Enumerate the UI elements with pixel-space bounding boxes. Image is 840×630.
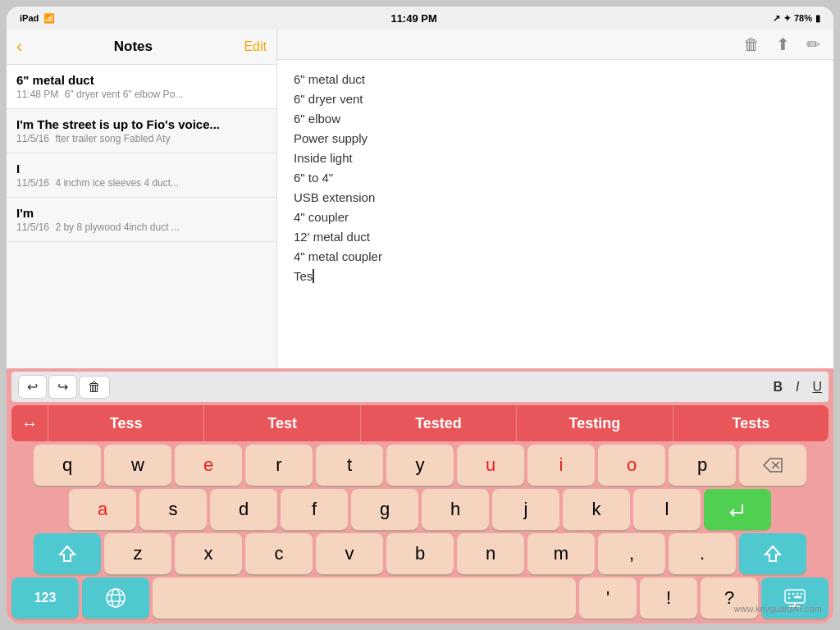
typing-cursor: [313, 269, 314, 283]
battery-label: 78%: [794, 13, 812, 23]
key-k[interactable]: k: [563, 489, 630, 530]
note-body[interactable]: 6" metal duct6" dryer vent6" elbowPower …: [277, 60, 833, 368]
note-line: 6" dryer vent: [294, 89, 817, 109]
share-note-icon[interactable]: ⬆: [776, 34, 790, 54]
keyboard-rows: qwertyuiop asdfghjkl zxcvbnm,. 123'!?: [11, 445, 829, 619]
back-button[interactable]: ‹: [16, 36, 22, 57]
bold-button[interactable]: B: [773, 380, 783, 395]
note-list-item[interactable]: I'm 11/5/16 2 by 8 plywood 4inch duct ..…: [7, 198, 276, 242]
note-line: Power supply: [294, 129, 817, 148]
key-.[interactable]: .: [669, 533, 736, 574]
redo-button[interactable]: ↪: [48, 375, 77, 399]
svg-point-6: [112, 589, 120, 607]
key-e[interactable]: e: [175, 445, 242, 486]
status-bar: iPad 📶 11:49 PM ↗ ✦ 78% ▮: [7, 7, 833, 30]
enter-key[interactable]: [704, 489, 771, 530]
key-h[interactable]: h: [422, 489, 489, 530]
key-a[interactable]: a: [69, 489, 136, 530]
note-list-title: I'm: [16, 206, 267, 220]
svg-marker-4: [765, 546, 780, 561]
key-x[interactable]: x: [175, 533, 242, 574]
key-label: i: [559, 454, 564, 476]
status-right: ↗ ✦ 78% ▮: [773, 13, 820, 24]
key-l[interactable]: l: [633, 489, 701, 530]
keyboard-row-1: qwertyuiop: [11, 445, 829, 486]
note-line: 12' metal duct: [294, 227, 817, 247]
shift-right-key[interactable]: [739, 533, 806, 574]
key-label: a: [98, 499, 107, 520]
edit-button[interactable]: Edit: [244, 39, 267, 54]
delete-note-icon[interactable]: 🗑: [743, 35, 760, 54]
key-f[interactable]: f: [281, 489, 348, 530]
watermark: www.keyguardAT.com: [734, 604, 822, 614]
key-,[interactable]: ,: [598, 533, 665, 574]
key-m[interactable]: m: [527, 533, 595, 574]
autocomplete-suggestion[interactable]: Testing: [516, 405, 672, 441]
key-c[interactable]: c: [245, 533, 313, 574]
edit-note-icon[interactable]: ✏: [806, 34, 820, 54]
key-j[interactable]: j: [492, 489, 559, 530]
note-list-item[interactable]: 6" metal duct 11:48 PM 6" dryer vent 6" …: [7, 65, 276, 109]
key-w[interactable]: w: [104, 445, 171, 486]
key-t[interactable]: t: [316, 445, 383, 486]
key-q[interactable]: q: [34, 445, 101, 486]
globe-key[interactable]: [82, 578, 149, 619]
key-v[interactable]: v: [316, 533, 383, 574]
key-o[interactable]: o: [598, 445, 665, 486]
svg-marker-3: [60, 546, 75, 561]
apostrophe-key[interactable]: ': [579, 578, 637, 619]
key-i[interactable]: i: [527, 445, 595, 486]
undo-button[interactable]: ↩: [18, 375, 47, 399]
sidebar-title: Notes: [114, 39, 153, 55]
note-list-title: I'm The street is up to Fio's voice...: [16, 117, 267, 131]
underline-button[interactable]: U: [812, 380, 822, 395]
key-b[interactable]: b: [386, 533, 454, 574]
exclaim-key[interactable]: !: [640, 578, 697, 619]
key-p[interactable]: p: [669, 445, 736, 486]
svg-point-5: [107, 589, 125, 607]
note-line: 6" to 4": [294, 168, 817, 188]
main-area: ‹ Notes Edit 6" metal duct 11:48 PM 6" d…: [7, 30, 833, 368]
key-d[interactable]: d: [210, 489, 277, 530]
note-line: Tes: [294, 267, 817, 286]
note-list-meta: 11/5/16 4 inchm ice sleeves 4 duct...: [16, 177, 267, 189]
battery-icon: ▮: [815, 13, 820, 24]
autocomplete-suggestion[interactable]: Tess: [48, 405, 203, 441]
note-list-meta: 11/5/16 2 by 8 plywood 4inch duct ...: [16, 221, 267, 233]
key-r[interactable]: r: [245, 445, 313, 486]
sidebar: ‹ Notes Edit 6" metal duct 11:48 PM 6" d…: [7, 30, 277, 368]
key-u[interactable]: u: [457, 445, 524, 486]
autocomplete-arrow[interactable]: ↔: [11, 405, 48, 441]
note-list-item[interactable]: I 11/5/16 4 inchm ice sleeves 4 duct...: [7, 153, 276, 198]
shift-left-key[interactable]: [34, 533, 101, 574]
note-line: Inside light: [294, 148, 817, 168]
italic-button[interactable]: I: [796, 380, 799, 395]
key-s[interactable]: s: [139, 489, 207, 530]
keyboard-row-3: zxcvbnm,.: [11, 533, 829, 574]
svg-marker-0: [764, 459, 782, 472]
notes-list: 6" metal duct 11:48 PM 6" dryer vent 6" …: [7, 65, 276, 368]
note-line: 6" metal duct: [294, 70, 817, 89]
autocomplete-suggestion[interactable]: Tested: [360, 405, 516, 441]
key-label: o: [627, 454, 637, 476]
note-content: 🗑 ⬆ ✏ 6" metal duct6" dryer vent6" elbow…: [277, 30, 833, 368]
note-line: 4" coupler: [294, 208, 817, 227]
autocomplete-suggestion[interactable]: Tests: [673, 405, 829, 441]
status-left: iPad 📶: [20, 13, 55, 24]
keyboard-row-2: asdfghjkl: [11, 489, 829, 530]
space-key[interactable]: [153, 578, 576, 619]
sidebar-header: ‹ Notes Edit: [7, 30, 276, 65]
delete-button[interactable]: 🗑: [79, 376, 110, 399]
key-g[interactable]: g: [351, 489, 418, 530]
autocomplete-suggestion[interactable]: Test: [203, 405, 359, 441]
backspace-key[interactable]: [739, 445, 806, 486]
key-z[interactable]: z: [104, 533, 171, 574]
note-list-title: 6" metal duct: [16, 73, 267, 87]
key-y[interactable]: y: [386, 445, 454, 486]
key-label: e: [203, 454, 213, 476]
num-key[interactable]: 123: [11, 578, 79, 619]
key-n[interactable]: n: [457, 533, 524, 574]
note-list-meta: 11:48 PM 6" dryer vent 6" elbow Po...: [16, 89, 267, 100]
note-list-item[interactable]: I'm The street is up to Fio's voice... 1…: [7, 109, 276, 153]
note-line: 6" elbow: [294, 109, 817, 129]
